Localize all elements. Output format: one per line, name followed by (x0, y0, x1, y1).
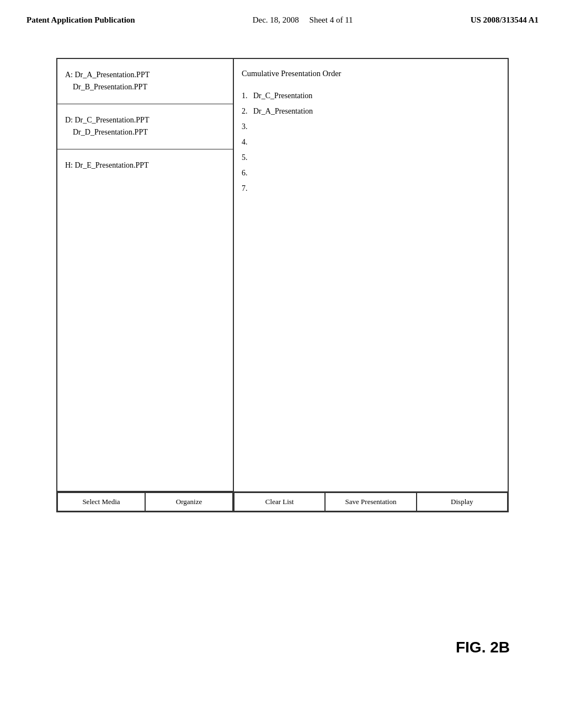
section-a-file2: Dr_B_Presentation.PPT (65, 83, 147, 91)
order-item-2: 2. Dr_A_Presentation (242, 104, 500, 119)
file-label-h: H: Dr_E_Presentation.PPT (65, 159, 225, 172)
diagram-container: A: Dr_A_Presentation.PPT Dr_B_Presentati… (56, 58, 509, 512)
order-list: 1. Dr_C_Presentation 2. Dr_A_Presentatio… (234, 84, 508, 491)
file-section-h: H: Dr_E_Presentation.PPT (57, 149, 233, 491)
order-item-5: 5. (242, 150, 500, 165)
section-d-file2: Dr_D_Presentation.PPT (65, 128, 148, 136)
file-label-d: D: Dr_C_Presentation.PPT Dr_D_Presentati… (65, 114, 225, 139)
save-presentation-button[interactable]: Save Presentation (325, 493, 416, 511)
order-item-3: 3. (242, 119, 500, 135)
figure-label: FIG. 2B (456, 639, 510, 656)
file-label-a: A: Dr_A_Presentation.PPT Dr_B_Presentati… (65, 69, 225, 94)
header-date: Dec. 18, 2008 (253, 15, 299, 24)
left-panel-buttons: Select Media Organize (57, 491, 233, 511)
right-panel: Cumulative Presentation Order 1. Dr_C_Pr… (234, 59, 508, 511)
file-section-a: A: Dr_A_Presentation.PPT Dr_B_Presentati… (57, 59, 233, 104)
cumulative-title: Cumulative Presentation Order (234, 59, 508, 84)
main-content: A: Dr_A_Presentation.PPT Dr_B_Presentati… (0, 25, 565, 512)
header-left: Patent Application Publication (26, 15, 135, 25)
clear-list-button[interactable]: Clear List (234, 493, 325, 511)
order-item-1: 1. Dr_C_Presentation (242, 88, 500, 104)
section-h-label: H: Dr_E_Presentation.PPT (65, 161, 149, 169)
right-panel-buttons: Clear List Save Presentation Display (234, 491, 508, 511)
file-section-d: D: Dr_C_Presentation.PPT Dr_D_Presentati… (57, 104, 233, 149)
select-media-button[interactable]: Select Media (57, 493, 145, 511)
section-d-label: D: Dr_C_Presentation.PPT (65, 116, 149, 124)
section-a-label: A: Dr_A_Presentation.PPT (65, 71, 150, 79)
header-right: US 2008/313544 A1 (471, 15, 539, 25)
header-sheet: Sheet 4 of 11 (310, 15, 353, 24)
order-item-4: 4. (242, 135, 500, 150)
order-item-6: 6. (242, 165, 500, 181)
header-center: Dec. 18, 2008 Sheet 4 of 11 (253, 15, 353, 25)
left-panel: A: Dr_A_Presentation.PPT Dr_B_Presentati… (57, 59, 234, 511)
organize-button[interactable]: Organize (145, 493, 233, 511)
display-button[interactable]: Display (417, 493, 508, 511)
order-item-7: 7. (242, 181, 500, 196)
page-header: Patent Application Publication Dec. 18, … (0, 0, 565, 25)
